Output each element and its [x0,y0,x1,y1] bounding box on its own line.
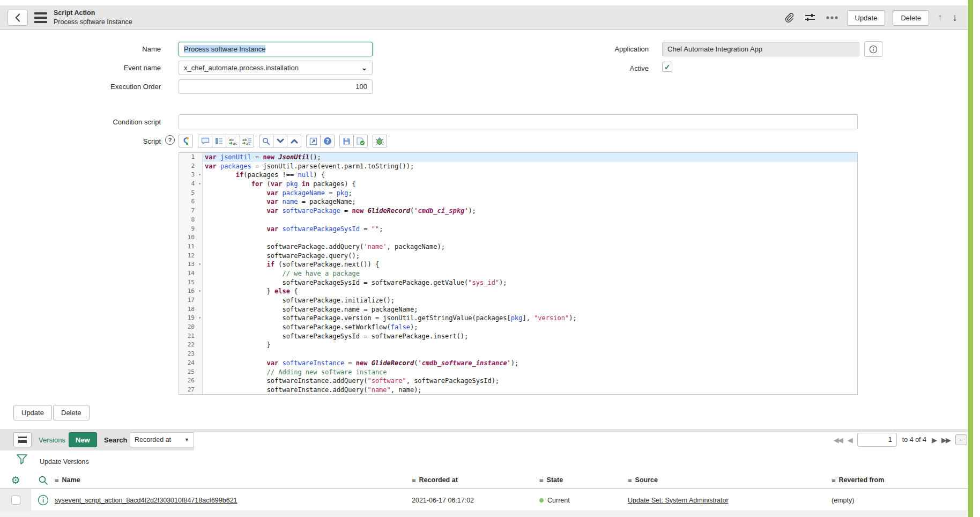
version-name-link[interactable]: sysevent_script_action_8acd4f2d2f303010f… [55,497,237,504]
column-menu-icon[interactable]: ≡ [55,476,59,484]
column-header-reverted-from[interactable]: ≡Reverted from [831,476,968,484]
code-line-26[interactable]: 26 softwareInstance.addQuery("software",… [179,376,857,386]
replace-icon[interactable]: abac [226,135,240,147]
active-checkbox[interactable]: ✓ [662,62,672,72]
save-icon[interactable] [339,135,354,147]
delete-button-header[interactable]: Delete [893,10,929,26]
code-line-11[interactable]: 11 softwarePackage.addQuery('name', pack… [179,242,857,252]
script-help-button[interactable]: ? [165,135,175,145]
open-window-icon[interactable] [306,135,321,147]
column-menu-icon[interactable]: ≡ [412,476,416,484]
gear-icon[interactable]: ⚙ [11,474,20,486]
fold-marker-icon[interactable]: ▾ [198,180,201,189]
code-line-2[interactable]: 2var packages = jsonUtil.parse(event.par… [179,162,857,171]
event-name-select[interactable]: x_chef_automate.process.installation ⌄ [179,61,373,75]
list-pagination: ◀◀ ◀ to 4 of 4 ▶ ▶▶ − [834,432,967,447]
code-line-25[interactable]: 25 // Adding new software instance [179,368,857,377]
delete-button-footer[interactable]: Delete [53,405,90,420]
code-line-4[interactable]: 4▾ for (var pkg in packages) { [179,180,857,189]
code-line-19[interactable]: 19▾ softwarePackage.version = jsonUtil.g… [179,314,857,323]
column-header-recorded-at[interactable]: ≡Recorded at [412,476,539,484]
last-page-icon[interactable]: ▶▶ [941,436,950,444]
fold-marker-icon[interactable]: ▾ [198,314,201,323]
column-menu-icon[interactable]: ≡ [831,476,836,484]
column-header-state[interactable]: ≡State [539,476,628,484]
comment-icon[interactable] [198,135,212,147]
search-field-select[interactable]: Recorded at ▼ [130,432,194,447]
code-line-13[interactable]: 13▾ if (softwarePackage.next()) { [179,260,857,269]
fold-marker-icon[interactable]: ▾ [198,260,201,269]
debug-icon[interactable] [373,135,387,147]
record-preview-icon[interactable] [38,494,49,506]
code-line-14[interactable]: 14 // we have a package [179,269,857,278]
next-record-icon[interactable]: ↓ [952,11,959,25]
previous-page-icon[interactable]: ◀ [848,436,852,444]
code-line-12[interactable]: 12 softwarePackage.query(); [179,252,857,261]
search-icon[interactable] [259,135,273,147]
code-line-1[interactable]: 1var jsonUtil = new JsonUtil(); [179,153,857,162]
column-header-name[interactable]: ≡Name [55,476,412,484]
row-checkbox[interactable] [11,496,20,505]
code-line-15[interactable]: 15 softwarePackageSysId = softwarePackag… [179,278,857,287]
code-line-24[interactable]: 24 var softwareInstance = new GlideRecor… [179,359,857,368]
column-menu-icon[interactable]: ≡ [539,476,544,484]
fold-marker-icon[interactable]: ▾ [198,287,201,296]
find-next-icon[interactable] [273,135,287,147]
name-label: Name [0,45,161,53]
context-menu-icon[interactable] [34,12,47,23]
versions-table-row[interactable]: sysevent_script_action_8acd4f2d2f303010f… [0,489,968,511]
code-line-7[interactable]: 7 var softwarePackage = new GlideRecord(… [179,206,857,216]
personalize-form-button[interactable] [803,11,817,24]
first-page-icon[interactable]: ◀◀ [834,436,842,444]
back-button[interactable] [8,10,28,26]
filter-funnel-icon[interactable] [16,453,28,469]
source-link[interactable]: Update Set: System Administrator [628,497,729,504]
update-button-footer[interactable]: Update [13,405,52,420]
list-filter-row: Update Versions [0,453,968,471]
update-button-header[interactable]: Update [847,10,886,26]
column-header-source[interactable]: ≡Source [628,476,831,484]
line-number: 23 [179,350,203,359]
syntax-editor-icon[interactable] [179,135,193,147]
search-icon[interactable] [38,475,48,485]
application-info-button[interactable] [864,41,882,57]
condition-script-input[interactable] [184,115,852,129]
breadcrumb[interactable]: Update Versions [40,458,89,466]
code-line-27[interactable]: 27 softwareInstance.addQuery("name", nam… [179,386,857,395]
code-line-3[interactable]: 3▾ if(packages !== null) { [179,171,857,180]
syntax-check-icon[interactable] [353,135,368,147]
next-page-icon[interactable]: ▶ [932,436,936,444]
versions-list-title[interactable]: Versions [39,436,65,444]
column-menu-icon[interactable]: ≡ [628,476,632,484]
help-filled-icon[interactable]: ? [320,135,335,147]
execution-order-input[interactable]: 100 [179,79,373,94]
code-line-21[interactable]: 21 softwarePackageSysId = softwarePackag… [179,332,857,341]
code-line-8[interactable]: 8 [179,216,857,225]
attachment-button[interactable] [783,11,796,24]
previous-record-icon[interactable]: ↑ [937,11,944,25]
script-editor[interactable]: 1var jsonUtil = new JsonUtil();2var pack… [179,152,858,395]
list-context-menu-button[interactable] [13,432,32,447]
code-line-23[interactable]: 23 [179,350,857,359]
code-line-5[interactable]: 5 var packageName = pkg; [179,189,857,198]
name-input[interactable]: Process software Instance [179,42,373,56]
code-line-18[interactable]: 18 softwarePackage.name = packageName; [179,305,857,314]
line-number: 25 [179,368,203,377]
fold-marker-icon[interactable]: ▾ [198,171,201,180]
toolbar-group [179,135,193,147]
replace-all-icon[interactable]: abac [240,135,254,147]
code-line-22[interactable]: 22 } [179,341,857,350]
code-line-17[interactable]: 17 softwarePackage.initialize(); [179,296,857,305]
code-text: } else { [203,287,857,296]
find-previous-icon[interactable] [287,135,301,147]
code-line-10[interactable]: 10 [179,233,857,242]
collapse-list-icon[interactable]: − [955,434,967,445]
code-line-16[interactable]: 16▾ } else { [179,287,857,296]
code-line-6[interactable]: 6 var name = packageName; [179,197,857,206]
new-version-button[interactable]: New [69,432,97,447]
more-options-button[interactable] [825,14,840,21]
format-code-icon[interactable] [212,135,226,147]
code-line-20[interactable]: 20 softwarePackage.setWorkflow(false); [179,323,857,332]
page-number-input[interactable] [857,433,897,447]
code-line-9[interactable]: 9 var softwarePackageSysId = ""; [179,225,857,234]
